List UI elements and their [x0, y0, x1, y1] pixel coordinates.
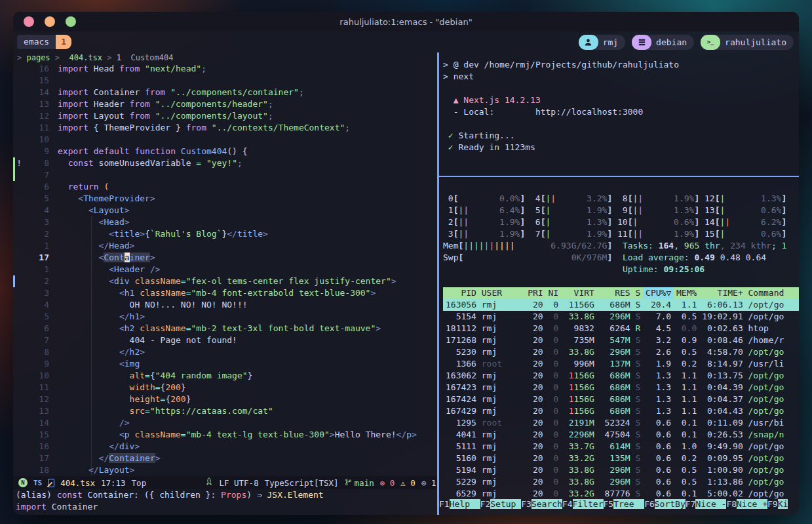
process-row[interactable]: 167424rmj2001156G686MS1.31.10:04.37/opt/… [443, 393, 799, 405]
code-line[interactable]: 13import Header from "../components/head… [13, 98, 437, 110]
code-line[interactable]: 15 [13, 75, 437, 87]
code-line[interactable]: 11import { ThemeProvider } from "../cont… [13, 122, 437, 134]
tmux-window-tab[interactable]: emacs 1 [17, 35, 71, 49]
gutter-spacer [13, 429, 23, 441]
process-row[interactable]: 5111rmj20033.7G614MS0.61.09:49.90/opt/go [443, 441, 799, 453]
column-header-cpu[interactable]: CPU%▽ [643, 287, 674, 299]
major-mode[interactable]: TypeScript[TSX] [265, 478, 339, 488]
breadcrumb[interactable]: > pages > 404.tsx > 1 Custom404 [13, 52, 437, 63]
code-line[interactable]: 9export default function Custom404() { [13, 146, 437, 157]
column-header-pid[interactable]: PID [446, 287, 476, 299]
code-line[interactable]: !8 const someUnusedVariable = "yey!"; [13, 157, 437, 169]
process-row[interactable]: 5230rmj20033.8G296MS2.60.54:58.70/opt/go [443, 346, 799, 358]
main-split: > pages > 404.tsx > 1 Custom404 16import… [13, 52, 799, 515]
cpu-meter-5: 5[|1.9%] [530, 205, 612, 216]
error-icon: ⊗ [380, 478, 385, 488]
code-line[interactable]: 11 width={200} [13, 382, 437, 393]
code-line[interactable]: 18 </Layout> [13, 464, 437, 476]
code-line[interactable]: 6 return ( [13, 181, 437, 193]
code-line[interactable]: 15 <p className="mb-4 text-lg text-blue-… [13, 429, 437, 441]
code-line[interactable]: 7 404 - Page not found! [13, 334, 437, 346]
column-header-ni[interactable]: NI [548, 287, 558, 299]
line-number: 14 [23, 87, 58, 98]
eol-encoding: LF UTF-8 [219, 478, 258, 488]
code-line[interactable]: 2 <div className="fex-ol tems-center fle… [13, 275, 437, 287]
code-line[interactable]: 17 </Container> [13, 453, 437, 464]
column-header-virt[interactable]: VIRT [564, 287, 594, 299]
fkey-f6[interactable]: F6SortBy [644, 499, 686, 509]
code-line[interactable]: 2 <title>{`Rahul's Blog`}</title> [13, 228, 437, 240]
line-number: 13 [23, 405, 58, 417]
process-row[interactable]: 5154rmj20033.8G296MS7.00.519:02.91/opt/g… [443, 311, 799, 323]
fkey-f7[interactable]: F7Nice - [686, 499, 727, 509]
code-line[interactable]: 16 </div> [13, 441, 437, 453]
cpu-meter-9: 9[||1.3%] [617, 205, 699, 216]
process-row[interactable]: 1295root2002191M52324S0.60.10:11.09/usr/… [443, 417, 799, 429]
process-row[interactable]: 163062rmj2001156G686MS1.31.10:13.75/opt/… [443, 370, 799, 382]
file-name: 404.tsx [60, 478, 95, 488]
gutter-spacer [13, 98, 23, 110]
code-line[interactable]: 5 </h1> [13, 311, 437, 323]
column-header-res[interactable]: RES [600, 287, 630, 299]
code-text: <Container> [58, 252, 155, 264]
diagnostics-errors[interactable]: ⊗ 0 [380, 478, 395, 488]
diagnostics-info[interactable]: ⊙ 1 [421, 478, 436, 488]
column-header-time[interactable]: TIME+ [702, 287, 743, 299]
process-row[interactable]: 4041rmj2002296M47504S0.60.10:26.53/snap/… [443, 429, 799, 441]
column-header-pri[interactable]: PRI [528, 287, 543, 299]
code-line[interactable]: 13 src="https://cataas.com/cat" [13, 405, 437, 417]
code-line[interactable]: 1 </Head> [13, 240, 437, 252]
column-header-user[interactable]: USER [482, 287, 523, 299]
gutter-spacer [13, 382, 23, 393]
code-line[interactable]: 6 <h2 className="mb-2 text-3xl font-bold… [13, 323, 437, 334]
code-line[interactable]: 12 height={200} [13, 393, 437, 405]
process-row[interactable]: 181112rmj20098326264R4.50.00:02.63htop [443, 323, 799, 334]
process-row[interactable]: 163056rmj2001156G686MS20.41.16:06.13/opt… [443, 299, 799, 311]
line-number: 5 [23, 193, 58, 205]
column-header-command[interactable]: Command [748, 287, 799, 299]
code-area[interactable]: 16import Head from "next/head";1514impor… [13, 63, 437, 476]
column-header-mem[interactable]: MEM% [676, 287, 697, 299]
process-row[interactable]: 167429rmj2001156G686MS1.31.10:04.43/opt/… [443, 405, 799, 417]
code-line[interactable]: 3 <h1 className="mb-4 font-extrabold tex… [13, 287, 437, 299]
code-line[interactable]: 5 <ThemeProvider> [13, 193, 437, 205]
code-line[interactable]: 7 [13, 169, 437, 181]
column-header-s[interactable]: S [635, 287, 640, 299]
fkey-f8[interactable]: F8Nice + [726, 499, 767, 509]
fkey-f4[interactable]: F4Filter [562, 499, 604, 509]
git-branch[interactable]: main [345, 478, 374, 488]
code-line[interactable]: 4 OH NO!... NO! NO! NO!!! [13, 299, 437, 311]
fkey-f3[interactable]: F3Search [521, 499, 562, 509]
code-line[interactable]: 17 <Container> [13, 252, 437, 264]
code-line[interactable]: 3 <Head> [13, 216, 437, 228]
line-number: 7 [23, 169, 58, 181]
code-line[interactable]: 14import Container from "../components/c… [13, 87, 437, 98]
code-line[interactable]: 14 /> [13, 417, 437, 429]
code-text: </h2> [58, 346, 145, 358]
terminal-line: > next [443, 71, 799, 83]
process-row[interactable]: 5194rmj20033.8G296MS0.60.51:00.90/opt/go [443, 464, 799, 476]
code-line[interactable]: 10 alt={"404 random image"} [13, 370, 437, 382]
code-line[interactable]: 16import Head from "next/head"; [13, 63, 437, 75]
process-row[interactable]: 171268rmj200735M547MS3.20.90:08.46/home/… [443, 334, 799, 346]
code-line[interactable]: 1 <Header /> [13, 264, 437, 275]
fkey-f2[interactable]: F2Setup [480, 499, 522, 509]
code-line[interactable]: 12import Layout from "../components/layo… [13, 110, 437, 122]
process-row[interactable]: 6529rmj20033.2G87776S0.60.15:00.02/opt/g… [443, 488, 799, 500]
code-line[interactable]: 4 <Layout> [13, 205, 437, 216]
code-line[interactable]: 8 </h2> [13, 346, 437, 358]
process-row[interactable]: 1366root200996M137MS1.90.28:14.97/usr/li [443, 358, 799, 370]
process-row[interactable]: 5229rmj20033.8G296MS0.60.51:13.86/opt/go [443, 476, 799, 488]
process-header[interactable]: PIDUSERPRINIVIRTRESSCPU%▽MEM%TIME+Comman… [443, 287, 799, 299]
diagnostics-warnings[interactable]: ⚠ 0 [400, 478, 416, 488]
terminal-pane[interactable]: > @ dev /home/rmj/Projects/github/rahulj… [439, 52, 799, 176]
cpu-meter-3: 3[||1.9%] [443, 228, 525, 240]
code-line[interactable]: 9 <img [13, 358, 437, 370]
code-line[interactable]: 10 [13, 134, 437, 146]
fkey-f1[interactable]: F1Help [439, 499, 480, 509]
fkey-f5[interactable]: F5Tree [604, 499, 645, 509]
fkey-f9[interactable]: F9Ki [767, 499, 788, 509]
process-row[interactable]: 167423rmj2001156G686MS1.31.10:04.39/opt/… [443, 382, 799, 393]
terminal-line [443, 118, 799, 130]
process-row[interactable]: 5160rmj20033.2G135MS0.60.20:09.95/opt/go [443, 453, 799, 464]
